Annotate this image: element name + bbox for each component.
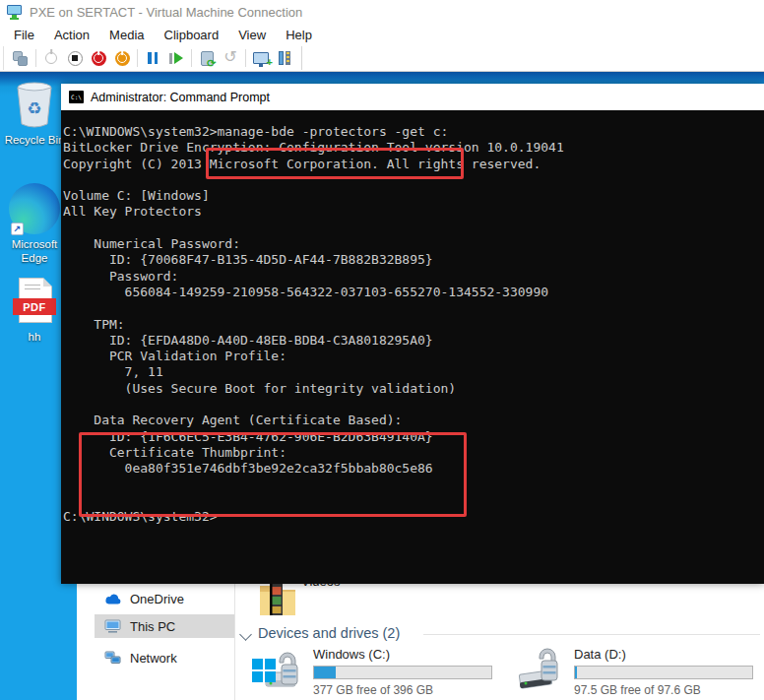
data-d-drive-icon — [514, 639, 571, 694]
svg-text:♻: ♻ — [27, 99, 41, 118]
show-columns-icon[interactable] — [273, 47, 296, 69]
menu-action[interactable]: Action — [44, 26, 99, 44]
drive-name: Windows (C:) — [313, 647, 390, 662]
vm-titlebar: PXE on SERTACT - Virtual Machine Connect… — [0, 0, 764, 24]
drive-free-space: 377 GB free of 396 GB — [313, 683, 433, 697]
menu-media[interactable]: Media — [99, 26, 154, 44]
stop-icon[interactable] — [63, 47, 87, 69]
this-pc-icon — [104, 619, 121, 633]
sidebar-item-label: Network — [130, 651, 177, 666]
desktop-icon-pdf-hh[interactable]: PDF hh — [0, 278, 69, 344]
sidebar-item-label: This PC — [130, 619, 175, 634]
vm-connection-window: PXE on SERTACT - Virtual Machine Connect… — [0, 0, 764, 700]
sidebar-item-label: OneDrive — [130, 592, 184, 606]
vm-menubar: File Action Media Clipboard View Help — [0, 24, 764, 45]
desktop-icon-label: Recycle Bin — [0, 133, 69, 147]
drive-usage-bar — [313, 666, 492, 679]
recycle-bin-icon: ♻ — [12, 79, 57, 130]
vm-connection-app-icon — [7, 4, 23, 20]
checkpoint-icon[interactable]: ⟳ — [195, 47, 219, 69]
onedrive-cloud-icon — [104, 594, 121, 605]
ctrl-alt-del-icon[interactable] — [9, 47, 32, 69]
videos-label: Videos — [301, 584, 341, 589]
highlight-box-command — [206, 148, 464, 179]
revert-icon: ↺ — [219, 47, 242, 69]
vm-toolbar: ⟳ ↺ + — [0, 45, 764, 72]
windows-c-drive-icon — [250, 639, 307, 694]
menu-file[interactable]: File — [4, 26, 44, 44]
desktop-icon-microsoft-edge[interactable]: ↗ Microsoft Edge — [0, 183, 69, 266]
toolbar-button-group: ⟳ ↺ + — [3, 46, 302, 70]
drive-usage-bar — [574, 666, 753, 679]
network-icon — [104, 651, 121, 665]
pause-icon[interactable] — [141, 47, 164, 69]
highlight-box-data-recovery-agent — [79, 432, 467, 517]
desktop-icon-label: Microsoft Edge — [0, 237, 69, 266]
resume-icon[interactable] — [164, 47, 188, 69]
desktop-icon-label: hh — [0, 330, 69, 344]
sidebar-item-this-pc[interactable]: This PC — [95, 614, 234, 638]
turn-off-icon[interactable] — [87, 47, 110, 69]
videos-folder-icon[interactable] — [258, 584, 297, 619]
toolbar-separator — [137, 49, 138, 67]
pdf-badge: PDF — [13, 298, 56, 315]
toolbar-separator — [245, 49, 246, 67]
toolbar-separator — [35, 49, 36, 67]
drive-usage-fill — [314, 667, 336, 678]
drive-usage-fill — [575, 667, 577, 678]
cmd-output-area[interactable]: C:\WINDOWS\system32>manage-bde -protecto… — [61, 110, 764, 584]
menu-help[interactable]: Help — [276, 26, 322, 44]
shortcut-arrow-icon: ↗ — [11, 223, 24, 235]
sidebar-item-network[interactable]: Network — [95, 646, 234, 669]
sidebar-item-onedrive[interactable]: OneDrive — [95, 587, 234, 610]
menu-clipboard[interactable]: Clipboard — [155, 26, 229, 44]
cmd-window-title: Administrator: Command Prompt — [91, 91, 270, 104]
menu-view[interactable]: View — [228, 26, 276, 44]
drive-free-space: 97.5 GB free of 97.6 GB — [574, 683, 701, 697]
sidebar-divider — [234, 584, 235, 700]
drive-name: Data (D:) — [574, 647, 626, 662]
edge-icon: ↗ — [9, 183, 60, 234]
pdf-file-icon: PDF — [0, 278, 69, 327]
file-explorer-window: OneDrive This PC Network — [77, 584, 764, 700]
shut-down-icon[interactable] — [110, 47, 134, 69]
group-header-rule — [423, 634, 760, 635]
power-icon — [39, 47, 63, 69]
command-prompt-window: C:\ Administrator: Command Prompt C:\WIN… — [61, 84, 764, 584]
enhanced-session-icon[interactable]: + — [249, 47, 273, 69]
toolbar-separator — [191, 49, 192, 67]
cmd-titlebar[interactable]: C:\ Administrator: Command Prompt — [61, 84, 764, 110]
desktop-icon-recycle-bin[interactable]: ♻ Recycle Bin — [0, 79, 69, 147]
cmd-app-icon: C:\ — [69, 91, 84, 103]
vm-window-title: PXE on SERTACT - Virtual Machine Connect… — [30, 5, 302, 20]
